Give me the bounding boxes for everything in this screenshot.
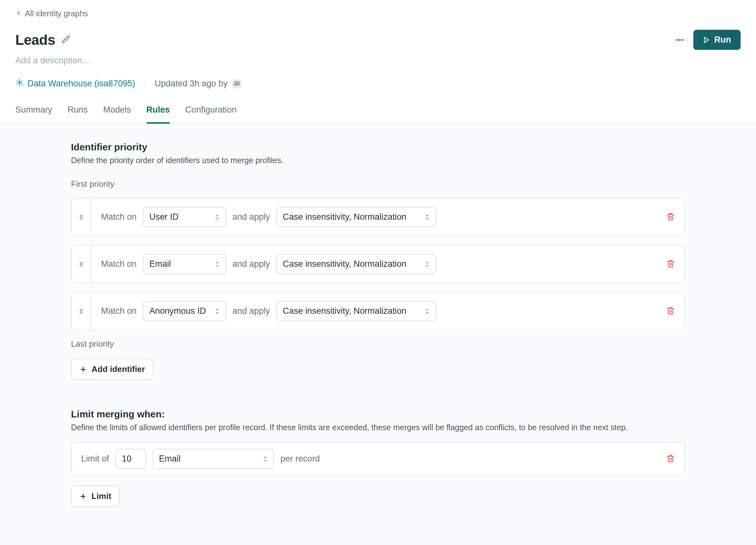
and-apply-label: and apply <box>232 306 270 316</box>
more-options-button[interactable] <box>673 33 687 47</box>
delete-row-button[interactable] <box>666 306 675 316</box>
first-priority-label: First priority <box>71 179 685 189</box>
limit-identifier-select[interactable]: Email <box>153 449 274 469</box>
match-on-select[interactable]: Email <box>143 254 226 274</box>
svg-point-24 <box>82 312 83 313</box>
trash-icon <box>666 306 675 315</box>
match-on-select[interactable]: Anonymous ID <box>143 301 226 321</box>
apply-select[interactable]: Case insensitivity, Normalization <box>276 207 436 227</box>
apply-value: Case insensitivity, Normalization <box>283 212 406 222</box>
chevron-left-icon <box>15 9 22 18</box>
priority-row: Match on User ID and apply Case insensit… <box>71 198 685 236</box>
svg-point-19 <box>80 309 81 310</box>
updated-text: Updated 3h ago by <box>155 79 228 89</box>
run-button-label: Run <box>714 35 731 45</box>
svg-point-14 <box>82 262 83 263</box>
select-caret-icon <box>425 308 430 314</box>
edit-title-button[interactable] <box>62 35 70 45</box>
description-placeholder[interactable]: Add a description... <box>15 56 741 66</box>
trash-icon <box>666 259 675 268</box>
add-limit-button[interactable]: Limit <box>71 486 120 507</box>
svg-point-17 <box>80 265 81 266</box>
pencil-icon <box>62 35 70 43</box>
tab-models[interactable]: Models <box>103 105 131 123</box>
delete-row-button[interactable] <box>666 259 675 269</box>
limit-merging-desc: Define the limits of allowed identifiers… <box>71 423 685 432</box>
plus-icon <box>79 366 87 373</box>
svg-point-7 <box>80 215 81 216</box>
svg-marker-3 <box>704 37 708 43</box>
play-icon <box>703 36 710 43</box>
svg-point-9 <box>80 217 81 217</box>
svg-point-0 <box>676 39 678 41</box>
svg-point-12 <box>82 218 83 219</box>
tab-rules[interactable]: Rules <box>146 105 170 123</box>
limit-of-label: Limit of <box>81 454 109 464</box>
limit-merging-title: Limit merging when: <box>71 409 685 420</box>
match-on-value: Anonymous ID <box>149 306 206 316</box>
drag-icon <box>78 260 84 269</box>
select-caret-icon <box>215 308 220 314</box>
svg-point-11 <box>80 218 81 219</box>
tab-summary[interactable]: Summary <box>15 105 52 123</box>
add-limit-label: Limit <box>91 491 111 501</box>
breadcrumb-back[interactable]: All identity graphs <box>15 9 88 18</box>
drag-handle[interactable] <box>72 293 91 329</box>
apply-value: Case insensitivity, Normalization <box>283 259 406 269</box>
identifier-priority-title: Identifier priority <box>71 142 685 153</box>
svg-point-20 <box>82 309 83 310</box>
apply-value: Case insensitivity, Normalization <box>283 306 406 316</box>
svg-point-10 <box>82 217 83 217</box>
drag-handle[interactable] <box>72 246 91 282</box>
per-record-label: per record <box>280 454 320 464</box>
add-identifier-label: Add identifier <box>91 364 145 374</box>
svg-point-13 <box>80 262 81 263</box>
tab-runs[interactable]: Runs <box>68 105 88 123</box>
trash-icon <box>666 454 675 462</box>
priority-row: Match on Anonymous ID and apply Case ins… <box>71 292 685 330</box>
select-caret-icon <box>215 214 220 220</box>
svg-point-21 <box>80 311 81 312</box>
and-apply-label: and apply <box>232 259 270 269</box>
svg-point-2 <box>681 39 683 41</box>
drag-icon <box>78 307 84 316</box>
drag-icon <box>78 213 84 222</box>
apply-select[interactable]: Case insensitivity, Normalization <box>276 301 436 321</box>
match-on-label: Match on <box>101 259 137 269</box>
svg-point-22 <box>82 311 83 312</box>
match-on-value: Email <box>149 259 171 269</box>
select-caret-icon <box>425 261 430 267</box>
delete-limit-button[interactable] <box>666 454 675 464</box>
drag-handle[interactable] <box>72 199 91 235</box>
identifier-priority-desc: Define the priority order of identifiers… <box>71 156 685 165</box>
svg-point-8 <box>82 215 83 216</box>
delete-row-button[interactable] <box>666 212 675 222</box>
match-on-select[interactable]: User ID <box>143 207 226 227</box>
add-identifier-button[interactable]: Add identifier <box>71 359 154 380</box>
svg-point-1 <box>679 39 681 41</box>
apply-select[interactable]: Case insensitivity, Normalization <box>276 254 436 274</box>
tab-configuration[interactable]: Configuration <box>185 105 237 123</box>
svg-point-16 <box>82 264 83 265</box>
run-button[interactable]: Run <box>693 30 741 50</box>
breadcrumb-label: All identity graphs <box>25 9 88 18</box>
avatar-badge: JD <box>232 79 242 89</box>
trash-icon <box>666 212 675 221</box>
more-horizontal-icon <box>675 36 684 44</box>
and-apply-label: and apply <box>232 212 270 222</box>
svg-point-18 <box>82 265 83 266</box>
last-priority-label: Last priority <box>71 339 685 349</box>
select-caret-icon <box>215 261 220 267</box>
select-caret-icon <box>425 214 430 220</box>
data-warehouse-link[interactable]: Data Warehouse (isa87095) <box>15 78 135 89</box>
limit-identifier-value: Email <box>159 454 181 464</box>
limit-value-input[interactable] <box>115 449 146 469</box>
svg-point-23 <box>80 312 81 313</box>
match-on-value: User ID <box>149 212 179 222</box>
match-on-label: Match on <box>101 212 137 222</box>
data-warehouse-label: Data Warehouse (isa87095) <box>28 79 135 89</box>
svg-point-15 <box>80 264 81 265</box>
plus-icon <box>79 493 87 500</box>
select-caret-icon <box>263 456 268 462</box>
page-title: Leads <box>15 32 55 48</box>
